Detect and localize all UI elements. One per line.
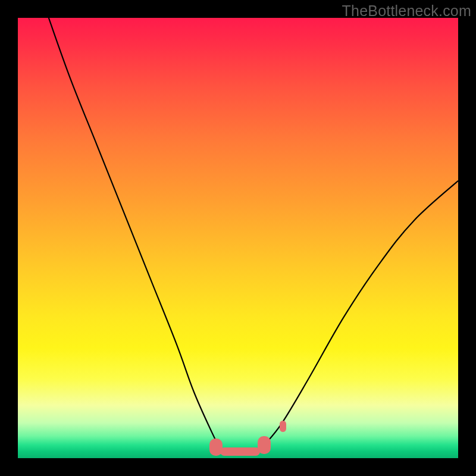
outer-frame: TheBottleneck.com bbox=[0, 0, 476, 476]
curve-layer bbox=[18, 18, 458, 458]
detached-dot bbox=[280, 421, 286, 432]
watermark-text: TheBottleneck.com bbox=[342, 2, 471, 20]
plot-area bbox=[18, 18, 458, 458]
right-curve bbox=[264, 181, 458, 445]
valley-floor-blob bbox=[220, 447, 260, 456]
valley-right-blob bbox=[258, 436, 271, 454]
left-curve bbox=[49, 18, 221, 449]
